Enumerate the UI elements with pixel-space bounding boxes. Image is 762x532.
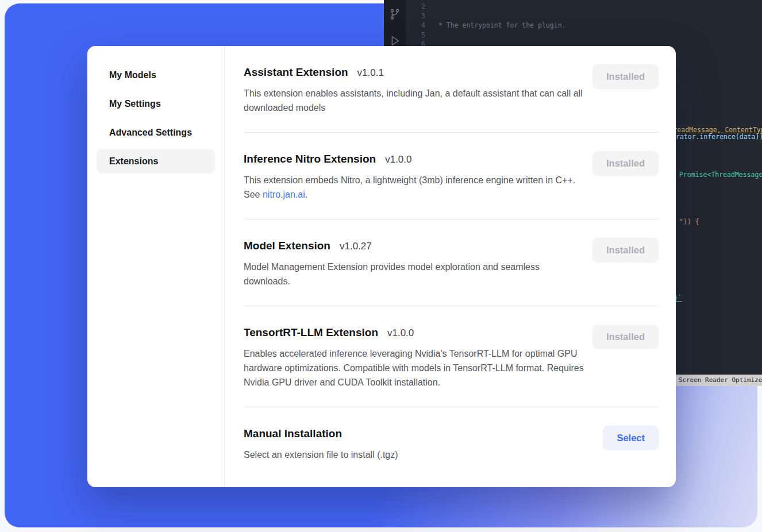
extension-row-model: Model Extension v1.0.27 Model Management…	[244, 219, 659, 306]
extension-title: Inference Nitro Extension	[244, 151, 376, 167]
extension-info: Assistant Extension v1.0.1 This extensio…	[244, 64, 584, 115]
extension-info: Inference Nitro Extension v1.0.0 This ex…	[244, 151, 584, 202]
line-number: 4	[413, 21, 425, 30]
sidebar-item-my-settings[interactable]: My Settings	[97, 91, 215, 116]
extension-description: Model Management Extension provides mode…	[244, 260, 584, 288]
extension-title: TensortRT-LLM Extension	[244, 325, 378, 341]
manual-installation-row: Manual Installation Select an extension …	[244, 407, 659, 479]
extensions-panel: Assistant Extension v1.0.1 This extensio…	[225, 46, 676, 487]
code-fragment: ")) {	[679, 217, 699, 227]
extension-title-row: Model Extension v1.0.27	[244, 238, 584, 254]
code-fragment: Promise<ThreadMessage>	[679, 170, 762, 180]
extension-title: Model Extension	[244, 238, 330, 254]
extension-version: v1.0.0	[387, 327, 414, 339]
extension-description: This extension embeds Nitro, a lightweig…	[244, 173, 584, 202]
line-number: 5	[413, 30, 425, 40]
manual-installation-description: Select an extension file to install (.tg…	[244, 448, 584, 462]
screen-reader-chip: Screen Reader Optimized	[675, 375, 762, 386]
extension-title-row: Inference Nitro Extension v1.0.0	[244, 151, 584, 167]
nitro-link[interactable]: nitro.jan.ai	[263, 190, 305, 199]
extension-title-row: Manual Installation	[244, 426, 584, 442]
code-fragment: rator.inference(data));	[676, 132, 762, 142]
settings-modal: My Models My Settings Advanced Settings …	[87, 46, 676, 487]
extension-info: TensortRT-LLM Extension v1.0.0 Enables a…	[244, 325, 584, 390]
installed-button[interactable]: Installed	[592, 151, 659, 175]
extension-row-tensorrt: TensortRT-LLM Extension v1.0.0 Enables a…	[244, 306, 659, 407]
line-number: 3	[413, 11, 425, 21]
extension-title: Assistant Extension	[244, 64, 348, 80]
extension-title-row: Assistant Extension v1.0.1	[244, 64, 584, 80]
code-line: * The entrypoint for the plugin.	[434, 21, 762, 30]
sidebar-item-advanced-settings[interactable]: Advanced Settings	[97, 120, 215, 145]
extension-info: Model Extension v1.0.27 Model Management…	[244, 238, 584, 288]
sidebar-item-extensions[interactable]: Extensions	[97, 149, 215, 174]
extension-info: Manual Installation Select an extension …	[244, 426, 584, 462]
extension-row-assistant: Assistant Extension v1.0.1 This extensio…	[244, 46, 659, 133]
installed-button[interactable]: Installed	[592, 64, 659, 88]
extension-version: v1.0.27	[340, 241, 372, 252]
editor-line-numbers: 2 3 4 5 6	[413, 2, 425, 49]
select-file-button[interactable]: Select	[603, 426, 659, 450]
description-text: .	[305, 190, 307, 199]
extension-title-row: TensortRT-LLM Extension v1.0.0	[244, 325, 584, 341]
run-debug-icon[interactable]	[388, 34, 401, 47]
extension-row-nitro: Inference Nitro Extension v1.0.0 This ex…	[244, 133, 659, 219]
extension-description: This extension enables assistants, inclu…	[244, 86, 584, 115]
extension-version: v1.0.0	[385, 154, 411, 165]
sidebar-item-my-models[interactable]: My Models	[97, 63, 215, 87]
settings-sidebar: My Models My Settings Advanced Settings …	[87, 46, 225, 487]
line-number: 2	[413, 2, 425, 11]
manual-installation-title: Manual Installation	[244, 426, 342, 442]
installed-button[interactable]: Installed	[592, 238, 659, 262]
extension-version: v1.0.1	[357, 67, 384, 79]
source-control-icon[interactable]	[388, 8, 401, 21]
extension-description: Enables accelerated inference leveraging…	[244, 346, 584, 390]
installed-button[interactable]: Installed	[592, 325, 659, 349]
